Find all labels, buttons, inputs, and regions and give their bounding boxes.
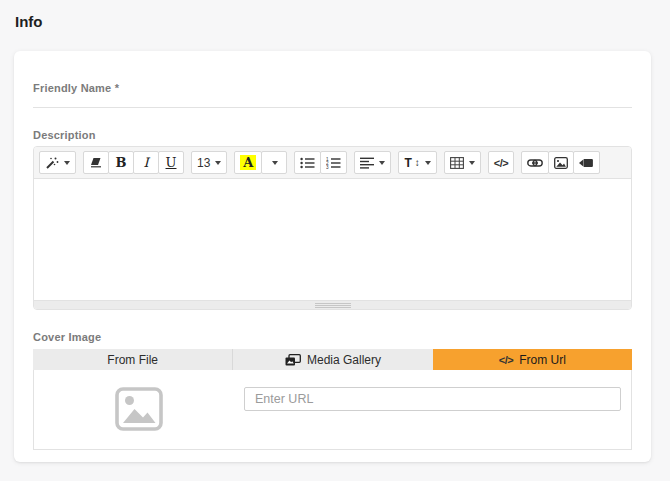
page-title: Info (0, 0, 670, 30)
chevron-down-icon (379, 161, 385, 165)
editor-resize-bar[interactable] (34, 300, 631, 309)
font-color-label: A (240, 155, 256, 170)
color-group: A (234, 151, 287, 174)
insert-link-button[interactable] (521, 151, 549, 174)
tab-media-gallery[interactable]: Media Gallery (233, 349, 432, 370)
tab-from-url[interactable]: </> From Url (433, 349, 632, 370)
tab-from-url-label: From Url (519, 353, 566, 367)
cover-image-tabs: From File Media Gallery </> From Url (33, 349, 632, 370)
picture-icon (554, 157, 568, 169)
rich-text-editor: B I U 13 A (33, 146, 632, 310)
media-gallery-icon (285, 354, 301, 366)
paragraph-group: 1 2 3 (294, 151, 347, 174)
clear-format-button[interactable] (83, 151, 109, 174)
tab-media-gallery-label: Media Gallery (307, 353, 381, 367)
editor-content[interactable] (34, 179, 631, 300)
resize-grip-icon (315, 303, 351, 308)
underline-label: U (166, 155, 177, 170)
chevron-down-icon (425, 161, 431, 165)
bold-button[interactable]: B (108, 151, 134, 174)
cover-image-panel (33, 370, 632, 450)
font-color-button[interactable]: A (234, 151, 262, 174)
friendly-name-field: Friendly Name * (33, 82, 632, 108)
font-group: B I U (83, 151, 184, 174)
insert-picture-button[interactable] (548, 151, 574, 174)
friendly-name-input[interactable] (33, 96, 632, 108)
bold-label: B (116, 155, 127, 170)
font-color-dropdown[interactable] (261, 151, 287, 174)
friendly-name-label: Friendly Name * (33, 82, 632, 94)
fontsize-group: 13 (191, 151, 227, 174)
underline-button[interactable]: U (158, 151, 184, 174)
numbered-list-icon: 1 2 3 (326, 157, 341, 169)
cover-image-label: Cover Image (33, 331, 632, 343)
tab-from-file-label: From File (107, 353, 158, 367)
insert-group (521, 151, 600, 174)
cover-image-preview (34, 387, 244, 431)
italic-label: I (143, 155, 148, 170)
codeview-group: </> (488, 151, 514, 174)
bullet-list-icon (300, 157, 315, 169)
eraser-icon (90, 157, 102, 168)
cover-image-field: Cover Image From File Media Gallery </> … (33, 331, 632, 450)
description-label: Description (33, 129, 632, 141)
align-left-icon (360, 157, 374, 169)
chevron-down-icon (64, 161, 70, 165)
ordered-list-button[interactable]: 1 2 3 (320, 151, 347, 174)
italic-button[interactable]: I (133, 151, 159, 174)
description-field: Description (33, 129, 632, 310)
tab-from-file[interactable]: From File (33, 349, 233, 370)
font-size-value: 13 (197, 156, 210, 170)
font-size-dropdown[interactable]: 13 (191, 151, 227, 174)
unordered-list-button[interactable] (294, 151, 321, 174)
info-card: Friendly Name * Description (14, 51, 651, 462)
table-dropdown[interactable] (444, 151, 481, 174)
editor-toolbar: B I U 13 A (34, 147, 631, 179)
lineheight-group: T↕ (398, 151, 436, 174)
magic-wand-icon (45, 156, 59, 170)
url-input[interactable] (244, 387, 621, 411)
image-placeholder-icon (115, 387, 163, 431)
insert-video-button[interactable] (573, 151, 600, 174)
chevron-down-icon (215, 161, 221, 165)
chevron-down-icon (469, 161, 475, 165)
paragraph-align-dropdown[interactable] (354, 151, 391, 174)
svg-text:3: 3 (326, 165, 329, 169)
style-group (39, 151, 76, 174)
link-icon (527, 158, 543, 168)
video-icon (579, 158, 594, 168)
code-icon: </> (494, 157, 508, 169)
line-height-letter: T (404, 156, 411, 170)
align-group (354, 151, 391, 174)
code-icon: </> (499, 354, 513, 366)
updown-arrow-icon: ↕ (415, 157, 420, 168)
table-grid-icon (450, 157, 464, 169)
magic-style-button[interactable] (39, 151, 76, 174)
chevron-down-icon (272, 161, 278, 165)
table-group (444, 151, 481, 174)
line-height-dropdown[interactable]: T↕ (398, 151, 436, 174)
code-view-button[interactable]: </> (488, 151, 514, 174)
